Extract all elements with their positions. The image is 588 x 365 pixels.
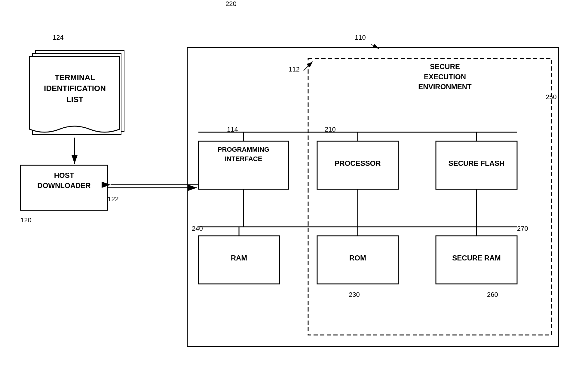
ref-210: 210 [325,126,336,133]
secure-ram-label: SECURE RAM [436,254,517,262]
ref-122: 122 [108,195,119,203]
secure-env-label: SECUREEXECUTIONENVIRONMENT [388,62,502,92]
ref-112: 112 [289,65,300,73]
rom-label: ROM [317,254,398,262]
host-downloader-label: HOSTDOWNLOADER [20,170,108,190]
ref-120: 120 [20,216,32,224]
terminal-id-list-label: TERMINALIDENTIFICATIONLIST [29,72,120,105]
ref-240: 240 [192,225,203,233]
svg-rect-2 [187,47,559,346]
svg-line-28 [371,44,379,49]
ref-230: 230 [349,291,360,299]
ref-114: 114 [227,126,238,133]
ram-label: RAM [198,254,280,262]
processor-label: PROCESSOR [317,159,398,168]
programming-interface-label: PROGRAMMINGINTERFACE [198,145,289,164]
ref-260: 260 [487,291,498,299]
ref-220: 220 [225,0,237,8]
ref-124: 124 [53,34,64,41]
ref-110: 110 [355,34,366,41]
secure-flash-label: SECURE FLASH [436,159,517,168]
svg-rect-3 [308,59,552,335]
ref-270: 270 [517,225,528,233]
svg-line-27 [304,62,313,71]
ref-250-env: 250 [546,93,557,101]
